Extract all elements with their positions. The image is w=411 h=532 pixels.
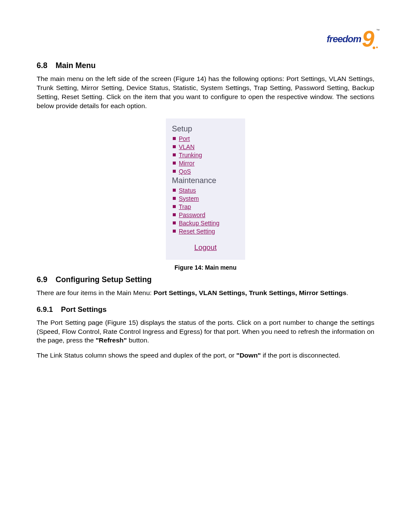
menu-item-vlan[interactable]: VLAN (172, 143, 239, 150)
section-number: 6.9 (37, 275, 47, 284)
menu-link-label: QoS (179, 168, 191, 175)
bullet-icon (173, 153, 176, 156)
text-run: . (346, 289, 348, 296)
menu-item-mirror[interactable]: Mirror (172, 160, 239, 167)
menu-link-label: Status (179, 187, 196, 194)
bullet-icon (173, 189, 176, 192)
menu-item-backup-setting[interactable]: Backup Setting (172, 220, 239, 227)
text-run: There are four items in the Main Menu: (37, 289, 153, 296)
menu-header-setup: Setup (172, 124, 239, 134)
bullet-icon (173, 162, 176, 165)
bullet-icon (173, 221, 176, 224)
menu-link-label: Trunking (179, 152, 202, 159)
menu-item-status[interactable]: Status (172, 187, 239, 194)
section-title: Main Menu (56, 61, 96, 70)
logout-link[interactable]: Logout (194, 243, 217, 252)
section-title: Configuring Setup Setting (56, 275, 152, 284)
menu-link-label: Mirror (179, 160, 195, 167)
menu-item-trap[interactable]: Trap (172, 203, 239, 210)
section-title: Port Settings (61, 305, 107, 314)
bullet-icon (173, 205, 176, 208)
menu-link-label: Backup Setting (179, 220, 219, 227)
bullet-icon (173, 230, 176, 233)
menu-item-trunking[interactable]: Trunking (172, 152, 239, 159)
text-run: button. (127, 336, 149, 344)
figure-14: Setup Port VLAN Trunking Mirror (37, 118, 374, 271)
section-heading-6-9: 6.9 Configuring Setup Setting (37, 275, 374, 284)
menu-link-label: VLAN (179, 143, 195, 150)
text-run: The Link Status column shows the speed a… (37, 352, 237, 359)
text-run: The Port Setting page (Figure 15) displa… (37, 319, 374, 344)
section-heading-6-8: 6.8 Main Menu (37, 61, 374, 70)
menu-header-maintenance: Maintenance (172, 176, 239, 185)
brand-logo: freedom 9 ™ (327, 29, 374, 45)
text-bold: Port Settings, VLAN Settings, Trunk Sett… (153, 289, 346, 296)
section-6-9-1-paragraph-2: The Link Status column shows the speed a… (37, 351, 374, 360)
section-heading-6-9-1: 6.9.1 Port Settings (37, 305, 374, 314)
menu-item-port[interactable]: Port (172, 135, 239, 142)
menu-item-reset-setting[interactable]: Reset Setting (172, 228, 239, 235)
menu-item-qos[interactable]: QoS (172, 168, 239, 175)
text-bold: "Down" (237, 352, 261, 359)
menu-item-system[interactable]: System (172, 195, 239, 202)
menu-link-label: System (179, 195, 199, 202)
bullet-icon (173, 197, 176, 200)
bullet-icon (173, 170, 176, 173)
text-run: if the port is disconnected. (261, 352, 340, 359)
section-6-8-paragraph: The main menu on the left side of the sc… (37, 75, 374, 111)
menu-link-label: Trap (179, 203, 191, 210)
bullet-icon (173, 213, 176, 216)
menu-link-label: Reset Setting (179, 228, 215, 235)
figure-caption: Figure 14: Main menu (174, 264, 237, 271)
main-menu-panel: Setup Port VLAN Trunking Mirror (166, 118, 245, 260)
section-number: 6.9.1 (37, 305, 53, 314)
menu-link-label: Port (179, 135, 190, 142)
bullet-icon (173, 145, 176, 148)
logo-dots-icon (373, 47, 378, 49)
text-bold: "Refresh" (96, 336, 127, 344)
bullet-icon (173, 137, 176, 140)
logo-number: 9 (362, 31, 374, 47)
menu-item-password[interactable]: Password (172, 212, 239, 218)
logo-text: freedom (327, 34, 361, 45)
section-6-9-paragraph: There are four items in the Main Menu: P… (37, 289, 374, 298)
section-6-9-1-paragraph-1: The Port Setting page (Figure 15) displa… (37, 318, 374, 345)
section-number: 6.8 (37, 61, 47, 70)
logo-trademark: ™ (376, 28, 380, 32)
menu-link-label: Password (179, 212, 205, 218)
